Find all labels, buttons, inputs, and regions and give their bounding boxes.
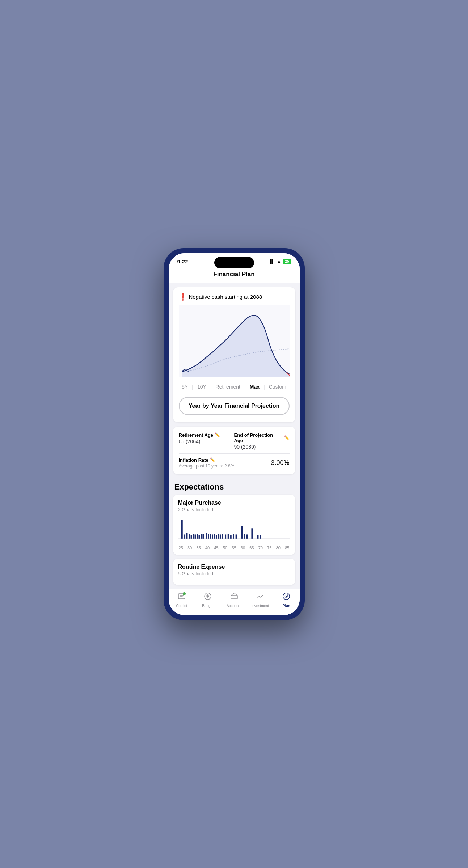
phone-screen: 9:22 ▐▌ ▲ 25 ☰ Financial Plan ❗	[169, 253, 300, 615]
x-label-40: 40	[205, 546, 210, 550]
retirement-age-edit-icon[interactable]: ✏️	[215, 432, 220, 437]
end-projection-edit-icon[interactable]: ✏️	[284, 435, 290, 440]
area-chart	[179, 305, 290, 377]
svg-rect-27	[241, 526, 243, 538]
x-label-70: 70	[258, 546, 263, 550]
x-label-25: 25	[179, 546, 183, 550]
settings-row-1: Retirement Age ✏️ 65 (2064) End of Proje…	[179, 432, 290, 450]
inflation-rate-value: 3.00%	[271, 459, 289, 467]
bar-chart-x-axis: 25 30 35 40 45 50 55 60 65 70 75 80 85	[178, 546, 290, 550]
x-label-80: 80	[276, 546, 281, 550]
svg-rect-19	[218, 534, 219, 539]
svg-rect-14	[208, 534, 209, 539]
svg-rect-22	[225, 534, 226, 538]
chart-card: ❗ Negative cash starting at 2088	[173, 287, 295, 422]
svg-text:+: +	[183, 593, 184, 595]
x-label-55: 55	[232, 546, 236, 550]
svg-rect-32	[260, 535, 261, 538]
alert-row: ❗ Negative cash starting at 2088	[179, 293, 290, 301]
status-icons: ▐▌ ▲ 25	[268, 259, 291, 264]
screen-content: 9:22 ▐▌ ▲ 25 ☰ Financial Plan ❗	[169, 253, 300, 615]
retirement-age-item: Retirement Age ✏️ 65 (2064)	[179, 432, 234, 444]
copilot-label: Copilot	[176, 604, 187, 608]
svg-rect-11	[201, 534, 202, 539]
svg-rect-25	[233, 534, 234, 539]
inflation-edit-icon[interactable]: ✏️	[210, 457, 215, 462]
nav-item-plan[interactable]: Plan	[273, 592, 299, 608]
chart-svg	[179, 305, 290, 377]
app-header: ☰ Financial Plan	[169, 267, 300, 283]
budget-icon	[203, 592, 212, 603]
svg-rect-3	[184, 534, 185, 538]
svg-rect-15	[210, 534, 211, 539]
svg-rect-31	[257, 535, 258, 538]
x-label-30: 30	[187, 546, 192, 550]
svg-rect-7	[193, 534, 194, 539]
time-range-10y[interactable]: 10Y	[195, 383, 208, 390]
svg-rect-16	[212, 534, 213, 538]
x-label-75: 75	[267, 546, 271, 550]
routine-expense-title: Routine Expense	[178, 564, 290, 570]
svg-rect-24	[230, 535, 232, 538]
svg-rect-5	[189, 534, 190, 539]
wifi-icon: ▲	[277, 259, 282, 264]
status-bar: 9:22 ▐▌ ▲ 25	[169, 253, 300, 267]
projection-button[interactable]: Year by Year Financial Projection	[179, 397, 290, 415]
alert-text: Negative cash starting at 2088	[189, 294, 262, 300]
end-projection-age-item: End of Projection Age ✏️ 90 (2089)	[234, 432, 290, 450]
inflation-left: Inflation Rate ✏️ Average past 10 years:…	[179, 457, 271, 469]
svg-rect-20	[219, 534, 221, 538]
time-range-max[interactable]: Max	[248, 383, 262, 390]
plan-icon	[282, 592, 291, 603]
signal-icon: ▐▌	[268, 259, 275, 264]
time-range-selector: 5Y | 10Y | Retirement | Max | Custom	[179, 381, 290, 393]
x-label-65: 65	[249, 546, 254, 550]
alert-icon: ❗	[179, 293, 187, 301]
nav-item-copilot[interactable]: + Copilot	[169, 592, 195, 608]
dynamic-island	[214, 257, 254, 268]
svg-rect-12	[202, 534, 204, 539]
inflation-rate-label: Inflation Rate ✏️	[179, 457, 271, 463]
menu-button[interactable]: ☰	[176, 270, 182, 278]
svg-rect-18	[215, 535, 217, 538]
bar-chart-svg	[178, 516, 290, 545]
time-range-custom[interactable]: Custom	[267, 383, 288, 390]
svg-rect-13	[206, 533, 207, 539]
svg-rect-21	[222, 534, 223, 539]
nav-item-investment[interactable]: Investment	[247, 592, 273, 608]
svg-rect-30	[251, 528, 253, 539]
svg-rect-9	[197, 534, 198, 539]
svg-rect-8	[194, 534, 196, 538]
accounts-icon	[230, 592, 239, 603]
nav-item-budget[interactable]: Budget	[195, 592, 221, 608]
plan-label: Plan	[283, 604, 290, 608]
time-range-5y[interactable]: 5Y	[180, 383, 190, 390]
major-purchase-card: Major Purchase 2 Goals Included	[173, 495, 295, 555]
x-label-60: 60	[241, 546, 245, 550]
main-content: ❗ Negative cash starting at 2088	[169, 283, 300, 589]
retirement-age-label: Retirement Age ✏️	[179, 432, 234, 438]
svg-rect-17	[214, 534, 215, 539]
end-projection-value: 90 (2089)	[234, 444, 290, 450]
end-projection-label: End of Projection Age ✏️	[234, 432, 290, 443]
svg-rect-2	[181, 520, 182, 538]
svg-rect-10	[198, 535, 200, 538]
settings-divider	[179, 453, 290, 454]
status-time: 9:22	[177, 258, 188, 264]
copilot-icon: +	[177, 592, 186, 603]
svg-rect-4	[186, 533, 187, 539]
battery-icon: 25	[283, 259, 291, 264]
time-range-retirement[interactable]: Retirement	[214, 383, 243, 390]
nav-item-accounts[interactable]: Accounts	[221, 592, 247, 608]
expectations-section-title: Expectations	[169, 479, 300, 495]
major-purchase-title: Major Purchase	[178, 500, 290, 506]
inflation-sub-label: Average past 10 years: 2.8%	[179, 463, 271, 469]
budget-label: Budget	[202, 604, 214, 608]
x-label-85: 85	[285, 546, 289, 550]
accounts-label: Accounts	[227, 604, 241, 608]
svg-rect-28	[244, 534, 245, 539]
svg-rect-29	[246, 534, 248, 538]
x-label-50: 50	[223, 546, 227, 550]
major-purchase-sub: 2 Goals Included	[178, 507, 290, 512]
svg-rect-26	[235, 534, 237, 538]
